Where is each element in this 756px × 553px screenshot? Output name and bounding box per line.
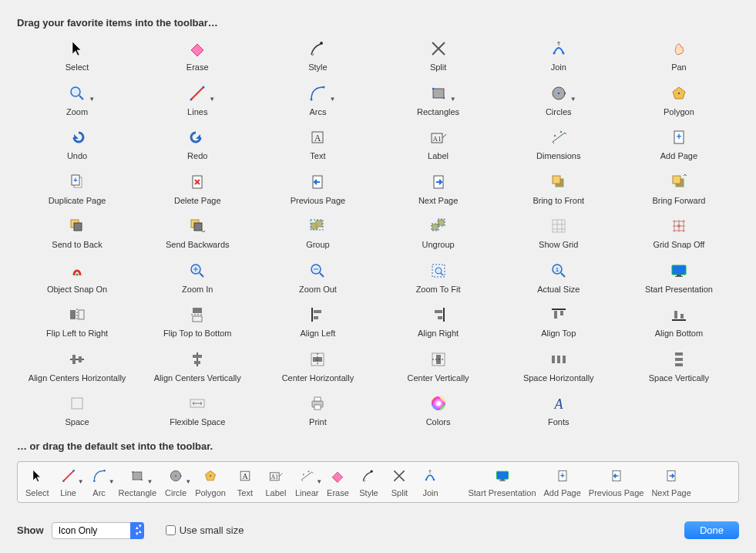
toolbar-item[interactable]: Center Vertically — [378, 344, 499, 387]
default-toolbar-item[interactable]: + Add Page — [541, 467, 584, 497]
toolbar-item[interactable]: Zoom Out — [257, 255, 378, 298]
toolbar-item[interactable]: Align Left — [257, 299, 378, 342]
item-label: Zoom — [66, 107, 88, 116]
toolbar-item[interactable]: Bring Forward — [619, 167, 739, 210]
toolbar-item[interactable]: Select — [17, 33, 137, 76]
toolbar-item[interactable]: Dimensions — [499, 122, 619, 165]
default-toolbar-set[interactable]: Select ▼ Line ▼ Arc ▼ Rectangle ▼ Circle… — [17, 461, 739, 503]
toolbar-item[interactable]: Center Horizontally — [257, 344, 378, 387]
item-label: Flip Top to Bottom — [163, 329, 231, 338]
toolbar-item[interactable]: ▼ Arcs — [257, 78, 378, 121]
toolbar-item[interactable]: Align Top — [499, 299, 619, 342]
zoomout-icon — [301, 260, 334, 282]
svg-line-24 — [553, 142, 554, 143]
toolbar-item[interactable]: 1 Actual Size — [499, 255, 619, 298]
toolbar-item[interactable]: Next Page — [378, 167, 499, 210]
toolbar-item[interactable]: Grid Snap Off — [619, 211, 739, 254]
text-icon: A — [301, 126, 334, 148]
toolbar-item[interactable]: + Duplicate Page — [17, 167, 137, 210]
default-toolbar-item[interactable]: Erase — [323, 467, 352, 497]
item-label: Zoom Out — [299, 285, 337, 294]
toolbar-item[interactable]: Align Bottom — [619, 299, 739, 342]
item-label: Bring to Front — [533, 196, 584, 205]
line-icon: ▼ — [181, 83, 213, 104]
toolbar-item[interactable]: Polygon — [619, 78, 739, 121]
toolbar-item[interactable]: Flip Left to Right — [17, 299, 137, 342]
toolbar-item[interactable]: Redo — [137, 122, 257, 165]
toolbar-item[interactable]: Space — [17, 388, 137, 431]
toolbar-item[interactable]: Flexible Space — [137, 388, 257, 431]
toolbar-item[interactable]: Show Grid — [499, 211, 619, 254]
toolbar-item[interactable]: Group — [257, 211, 378, 254]
default-toolbar-item[interactable]: ▼ Circle — [161, 467, 190, 497]
default-toolbar-item[interactable]: Style — [354, 467, 383, 497]
aligntop-icon — [543, 304, 575, 325]
toolbar-item[interactable]: Ungroup — [378, 211, 499, 254]
default-toolbar-item[interactable]: A1 Label — [261, 467, 291, 497]
toolbar-item[interactable]: Send to Back — [17, 211, 137, 254]
item-label: Bring Forward — [652, 196, 705, 205]
default-toolbar-item[interactable]: ▼ Linear — [292, 467, 322, 497]
addpage-icon: + — [663, 126, 695, 148]
default-toolbar-item[interactable]: Split — [385, 467, 414, 497]
default-toolbar-item[interactable]: Polygon — [192, 467, 229, 497]
toolbar-item[interactable]: Split — [378, 33, 499, 76]
toolbar-item[interactable]: ▼ Circles — [499, 78, 619, 121]
svg-point-118 — [93, 480, 96, 482]
toolbar-item[interactable]: Space Vertically — [619, 344, 739, 387]
toolbar-item[interactable]: Zoom In — [137, 255, 257, 298]
default-toolbar-item[interactable]: A Text — [230, 467, 260, 497]
svg-text:A1: A1 — [432, 135, 441, 143]
cursor-icon — [25, 467, 49, 485]
toolbar-item[interactable]: Join — [499, 33, 619, 76]
toolbar-item[interactable]: A Fonts — [499, 388, 619, 431]
view-mode-select-wrap[interactable]: Icon Only ▴▾ — [52, 522, 144, 539]
toolbar-item[interactable]: Flip Top to Bottom — [137, 299, 257, 342]
toolbar-item[interactable]: A1 Label — [378, 122, 499, 165]
toolbar-item[interactable]: Align Centers Horizontally — [17, 344, 137, 387]
toolbar-item[interactable]: Zoom To Fit — [378, 255, 499, 298]
svg-text:1: 1 — [556, 267, 559, 272]
done-button[interactable]: Done — [684, 521, 739, 539]
toolbar-item[interactable]: Style — [257, 33, 378, 76]
toolbar-item[interactable]: Object Snap On — [17, 255, 137, 298]
toolbar-item[interactable]: ▼ Lines — [137, 78, 257, 121]
toolbar-item[interactable]: Space Horizontally — [499, 344, 619, 387]
item-label: Actual Size — [537, 285, 580, 294]
toolbar-item[interactable]: Align Right — [378, 299, 499, 342]
item-label: Align Bottom — [655, 329, 703, 338]
view-mode-select[interactable]: Icon Only — [52, 522, 144, 539]
aligncentersh-icon — [61, 349, 93, 370]
default-toolbar-item[interactable]: Next Page — [648, 467, 694, 497]
toolbar-item[interactable]: Align Centers Vertically — [137, 344, 257, 387]
toolbar-item[interactable]: Previous Page — [257, 167, 378, 210]
toolbar-item[interactable]: Bring to Front — [499, 167, 619, 210]
svg-line-133 — [302, 472, 312, 480]
toolbar-item[interactable]: Undo — [17, 122, 137, 165]
toolbar-item[interactable]: Start Presentation — [619, 255, 739, 298]
default-toolbar-item[interactable]: ▼ Rectangle — [116, 467, 160, 497]
toolbar-item[interactable]: Print — [257, 388, 378, 431]
default-toolbar-item[interactable]: Start Presentation — [465, 467, 539, 497]
toolbar-item[interactable]: ▼ Rectangles — [378, 78, 499, 121]
toolbar-item[interactable]: ▼ Zoom — [17, 78, 137, 121]
arc-icon: ▼ — [88, 467, 111, 485]
small-size-checkbox[interactable] — [166, 525, 176, 535]
toolbar-item[interactable]: Colors — [378, 388, 499, 431]
dropdown-indicator-icon: ▼ — [329, 96, 335, 103]
default-item-label: Next Page — [651, 488, 690, 497]
default-toolbar-item[interactable]: Join — [415, 467, 445, 497]
toolbar-item[interactable]: Pan — [619, 33, 739, 76]
toolbar-item[interactable]: A Text — [257, 122, 378, 165]
default-toolbar-item[interactable]: Select — [22, 467, 52, 497]
small-size-checkbox-wrap[interactable]: Use small size — [166, 524, 244, 536]
toolbar-item[interactable]: Erase — [137, 33, 257, 76]
default-toolbar-item[interactable]: Previous Page — [586, 467, 647, 497]
duppage-icon: + — [61, 171, 93, 193]
default-toolbar-item[interactable]: ▼ Line — [54, 467, 83, 497]
default-toolbar-item[interactable]: ▼ Arc — [85, 467, 114, 497]
toolbar-item[interactable]: Send Backwards — [137, 211, 257, 254]
join-icon — [418, 467, 442, 485]
toolbar-item[interactable]: + Add Page — [619, 122, 739, 165]
toolbar-item[interactable]: Delete Page — [137, 167, 257, 210]
